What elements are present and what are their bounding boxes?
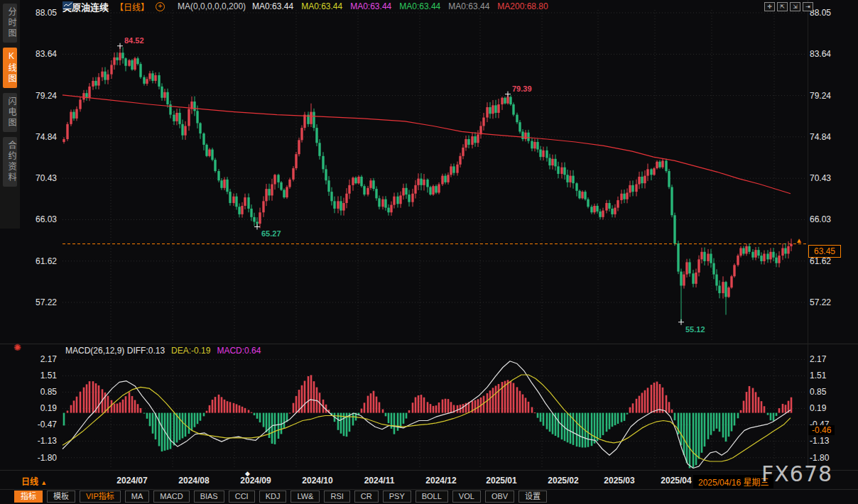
- candle: [318, 143, 320, 156]
- candle: [232, 197, 234, 203]
- macd-bar: [558, 413, 560, 438]
- ma-value-label: MA200:68.80: [497, 1, 548, 11]
- ma-values: MA0:63.44MA0:63.44MA0:63.44MA0:63.44MA0:…: [252, 1, 548, 11]
- macd-bar: [221, 397, 223, 412]
- macd-bar: [224, 400, 226, 413]
- candle: [572, 176, 574, 184]
- candle: [739, 248, 742, 256]
- ma-value-label: MA0:63.44: [350, 1, 391, 11]
- macd-bar: [263, 413, 265, 427]
- macd-bar: [376, 397, 378, 413]
- candle: [742, 248, 744, 254]
- tab-MA[interactable]: MA: [125, 491, 150, 503]
- candle: [494, 105, 496, 113]
- sidebar-item-view[interactable]: 闪电图: [3, 93, 17, 132]
- tab-RSI[interactable]: RSI: [324, 491, 349, 503]
- candle: [536, 142, 538, 150]
- candle: [531, 141, 533, 149]
- fx678-watermark: FX678: [761, 461, 832, 486]
- macd-bar: [86, 384, 88, 412]
- macd-bar: [579, 413, 581, 447]
- candle: [405, 188, 407, 195]
- macd-bar: [641, 393, 644, 412]
- candle: [560, 168, 563, 174]
- candle: [154, 75, 156, 81]
- tab-VIP指标[interactable]: VIP指标: [80, 491, 121, 503]
- macd-bar: [683, 413, 685, 456]
- candle: [506, 97, 509, 103]
- chart-canvas[interactable]: [0, 0, 858, 504]
- candle: [722, 282, 724, 293]
- macd-bar: [686, 413, 688, 464]
- candle: [205, 145, 207, 156]
- macd-bar: [266, 413, 268, 432]
- extreme-price-label: 79.39: [512, 84, 532, 93]
- ma-settings-label[interactable]: MA(0,0,0,0,0,200): [178, 1, 246, 11]
- tab-VOL[interactable]: VOL: [452, 491, 481, 503]
- tab-KDJ[interactable]: KDJ: [259, 491, 287, 503]
- macd-bar: [662, 388, 664, 413]
- tab-CCI[interactable]: CCI: [229, 491, 255, 503]
- period-selector[interactable]: 日线 ▲: [21, 475, 47, 487]
- macd-bar: [176, 413, 178, 443]
- macd-axis-label: 0.19: [810, 403, 826, 413]
- tab-模板[interactable]: 模板: [47, 491, 75, 503]
- macd-bar: [591, 413, 593, 447]
- candle: [151, 73, 153, 81]
- tab-OBV[interactable]: OBV: [485, 491, 514, 503]
- candle: [220, 180, 222, 188]
- crosshair-icon[interactable]: ✛: [764, 2, 775, 11]
- candle: [602, 211, 604, 217]
- candle: [298, 140, 300, 154]
- candle: [587, 199, 589, 207]
- candle: [575, 183, 577, 191]
- macd-bar: [438, 402, 440, 413]
- macd-bar: [152, 413, 154, 434]
- macd-axis-label: 0.85: [24, 387, 57, 397]
- sidebar-item-view[interactable]: 合约资料: [3, 137, 17, 187]
- candle: [748, 246, 750, 252]
- macd-bar: [194, 413, 196, 427]
- tab-BIAS[interactable]: BIAS: [194, 491, 224, 503]
- tab-指标[interactable]: 指标: [14, 491, 43, 503]
- candle: [333, 201, 335, 209]
- macd-bar: [597, 413, 599, 442]
- tab-PSY[interactable]: PSY: [383, 491, 411, 503]
- candle: [330, 192, 332, 201]
- candle: [617, 200, 619, 208]
- candle: [175, 113, 178, 121]
- candle: [310, 112, 312, 124]
- candle: [737, 256, 739, 265]
- candle: [521, 131, 523, 139]
- macd-bar: [98, 385, 100, 413]
- macd-bar: [462, 404, 465, 412]
- tab-设置[interactable]: 设置: [518, 491, 547, 503]
- tab-LW&[interactable]: LW&: [290, 491, 320, 503]
- macd-bar: [761, 401, 763, 412]
- tab-BOLL[interactable]: BOLL: [416, 491, 448, 503]
- zoom-out-axis-icon[interactable]: ⇲: [790, 2, 800, 11]
- macd-params-label[interactable]: MACD(26,12,9) DIFF:0.13: [65, 346, 165, 356]
- zoom-in-axis-icon[interactable]: ⇱: [777, 2, 788, 11]
- sidebar-item-kline-active[interactable]: K线图: [3, 48, 17, 88]
- candle: [110, 65, 112, 74]
- sidebar-item-view[interactable]: 分时图: [3, 4, 17, 43]
- candle: [75, 109, 77, 119]
- date-axis-label: 2024/08: [178, 476, 209, 486]
- macd-bar: [653, 383, 656, 413]
- tab-MACD[interactable]: MACD: [153, 491, 189, 503]
- candle: [745, 246, 747, 254]
- macd-bar: [209, 405, 211, 413]
- add-indicator-icon[interactable]: +: [156, 2, 165, 11]
- ma-value-label: MA0:63.44: [399, 1, 440, 11]
- candle: [337, 201, 339, 209]
- ma-value-label: MA0:63.44: [252, 1, 293, 11]
- period-tag[interactable]: 【日线】: [115, 1, 149, 13]
- tab-CR[interactable]: CR: [354, 491, 379, 503]
- alert-burst-icon[interactable]: ✺: [13, 342, 21, 353]
- macd-bar: [599, 413, 602, 439]
- shift-right-icon[interactable]: ⇥: [803, 2, 813, 11]
- macd-bar: [764, 406, 766, 412]
- candle: [730, 276, 732, 287]
- macd-bar: [552, 413, 554, 434]
